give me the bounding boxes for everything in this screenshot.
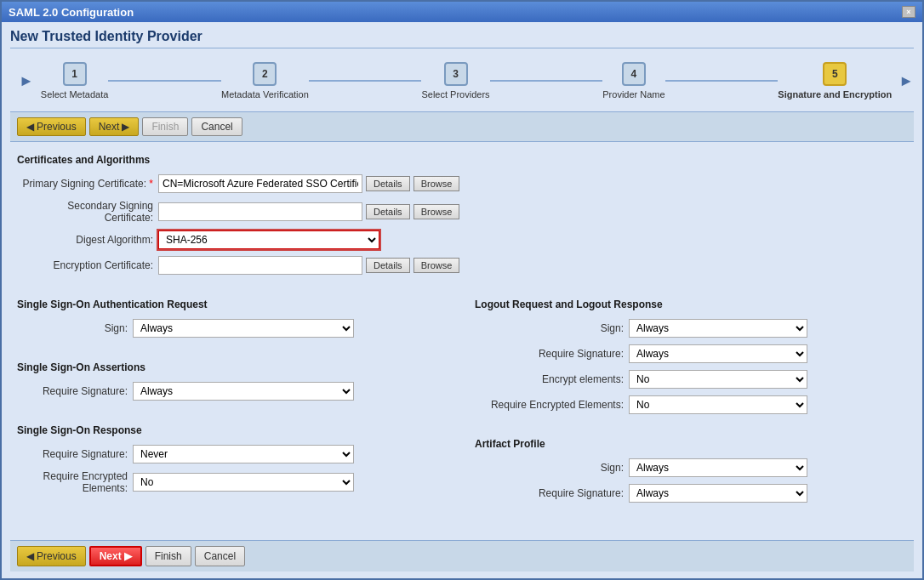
sso-auth-sign-row: Sign: Always Never As Needed [17,319,449,338]
artifact-section-title: Artifact Profile [475,438,907,450]
step-1-label: Select Metadata [41,89,109,100]
spacer-4 [475,421,907,435]
step-3-number: 3 [444,62,468,86]
window-title: SAML 2.0 Configuration [9,6,134,19]
encryption-cert-label: Encryption Certificate: [17,259,153,271]
logout-section: Logout Request and Logout Response Sign:… [475,299,907,414]
bottom-next-button[interactable]: Next ▶ [89,546,142,566]
step-connector-3 [490,80,603,82]
encryption-cert-inputs: Details Browse [158,256,459,275]
content-area: New Trusted Identity Provider ► 1 Select… [2,22,922,578]
top-finish-button[interactable]: Finish [142,117,188,136]
step-2-label: Metadata Verification [221,89,309,100]
logout-encrypt-label: Encrypt elements: [475,373,624,385]
sso-response-enc-label: Require Encrypted Elements: [17,470,128,494]
logout-req-sig-label: Require Signature: [475,348,624,360]
step-4: 4 Provider Name [602,62,664,100]
sso-assertions-sig-label: Require Signature: [17,385,128,397]
step-4-number: 4 [622,62,646,86]
bottom-next-right-arrow-icon: ▶ [124,550,132,562]
artifact-sign-label: Sign: [475,462,624,474]
spacer-1 [17,281,907,295]
bottom-cancel-button[interactable]: Cancel [195,546,245,566]
artifact-sign-select[interactable]: Always Never As Needed [629,458,807,477]
logout-sign-row: Sign: Always Never As Needed [475,319,907,338]
logout-section-title: Logout Request and Logout Response [475,299,907,310]
logout-encrypt-row: Encrypt elements: No Yes [475,370,907,389]
top-previous-button[interactable]: ◀ Previous [17,117,86,136]
form-two-col: Single Sign-On Authentication Request Si… [17,295,907,535]
spacer-2 [17,344,449,358]
form-right: Logout Request and Logout Response Sign:… [475,295,907,535]
primary-cert-row: Primary Signing Certificate: Details Bro… [17,174,907,193]
close-button[interactable]: × [902,6,915,18]
artifact-section: Artifact Profile Sign: Always Never As N… [475,438,907,503]
logout-encrypt-select[interactable]: No Yes [629,370,807,389]
logout-sign-label: Sign: [475,322,624,334]
encryption-cert-input[interactable] [158,256,362,275]
next-right-arrow-icon: ▶ [122,121,129,133]
primary-cert-inputs: Details Browse [158,174,459,193]
step-1-number: 1 [63,62,87,86]
step-connector-4 [665,80,779,82]
digest-label: Digest Algorithm: [17,234,153,246]
secondary-cert-label: Secondary Signing Certificate: [17,200,153,224]
artifact-req-sig-select[interactable]: Always Never As Needed [629,484,807,503]
logout-req-enc-row: Require Encrypted Elements: No Yes [475,395,907,414]
sso-response-sig-label: Require Signature: [17,448,128,460]
secondary-cert-input[interactable] [158,202,362,221]
sso-auth-section: Single Sign-On Authentication Request Si… [17,299,449,338]
primary-cert-browse-button[interactable]: Browse [414,176,460,191]
step-connector-1 [108,80,221,82]
sso-assertions-title: Single Sign-On Assertions [17,361,449,373]
form-left: Single Sign-On Authentication Request Si… [17,295,449,535]
bottom-finish-button[interactable]: Finish [145,546,191,566]
encryption-cert-details-button[interactable]: Details [366,258,410,273]
step-4-label: Provider Name [602,89,664,100]
sso-response-sig-select[interactable]: Never Always As Needed [133,445,354,463]
digest-select[interactable]: SHA-256 SHA-1 SHA-384 SHA-512 [158,230,379,249]
title-bar: SAML 2.0 Configuration × [2,2,922,22]
primary-cert-input[interactable] [158,174,362,193]
artifact-req-sig-row: Require Signature: Always Never As Neede… [475,484,907,503]
primary-cert-details-button[interactable]: Details [366,176,410,191]
previous-left-arrow-icon: ◀ [26,121,34,133]
encryption-cert-row: Encryption Certificate: Details Browse [17,256,907,275]
secondary-cert-browse-button[interactable]: Browse [414,204,460,219]
sso-auth-sign-select[interactable]: Always Never As Needed [133,319,354,338]
digest-row: Digest Algorithm: SHA-256 SHA-1 SHA-384 … [17,230,907,249]
spacer-3 [17,407,449,421]
secondary-cert-details-button[interactable]: Details [366,204,410,219]
sso-assertions-section: Single Sign-On Assertions Require Signat… [17,361,449,401]
logout-req-enc-label: Require Encrypted Elements: [475,399,624,411]
step-1: 1 Select Metadata [41,62,109,100]
bottom-previous-button[interactable]: ◀ Previous [17,546,86,566]
sso-assertions-sig-row: Require Signature: Always Never As Neede… [17,382,449,401]
logout-req-sig-row: Require Signature: Always Never As Neede… [475,344,907,363]
bottom-toolbar: ◀ Previous Next ▶ Finish Cancel [10,540,914,571]
step-5-label: Signature and Encryption [778,89,892,100]
wizard-end-arrow: ► [898,72,914,90]
main-form: Certificates and Algorithms Primary Sign… [10,151,914,535]
secondary-cert-row: Secondary Signing Certificate: Details B… [17,200,907,224]
bottom-previous-left-arrow-icon: ◀ [26,550,34,562]
sso-auth-sign-label: Sign: [17,322,128,334]
sso-auth-title: Single Sign-On Authentication Request [17,299,449,310]
sso-assertions-sig-select[interactable]: Always Never As Needed [133,382,354,401]
logout-sign-select[interactable]: Always Never As Needed [629,319,807,338]
artifact-sign-row: Sign: Always Never As Needed [475,458,907,477]
logout-req-sig-select[interactable]: Always Never As Needed [629,344,807,363]
step-2: 2 Metadata Verification [221,62,309,100]
certs-section: Certificates and Algorithms Primary Sign… [17,151,907,281]
artifact-req-sig-label: Require Signature: [475,487,624,499]
main-window: SAML 2.0 Configuration × New Trusted Ide… [0,0,924,580]
wizard-steps: ► 1 Select Metadata 2 Metadata Verificat… [10,55,914,106]
step-2-number: 2 [253,62,277,86]
certs-section-title: Certificates and Algorithms [17,154,907,166]
top-next-button[interactable]: Next ▶ [89,117,140,136]
encryption-cert-browse-button[interactable]: Browse [414,258,460,273]
step-connector-2 [309,80,422,82]
logout-req-enc-select[interactable]: No Yes [629,395,807,414]
sso-response-enc-select[interactable]: No Yes [133,473,354,492]
top-cancel-button[interactable]: Cancel [191,117,242,136]
